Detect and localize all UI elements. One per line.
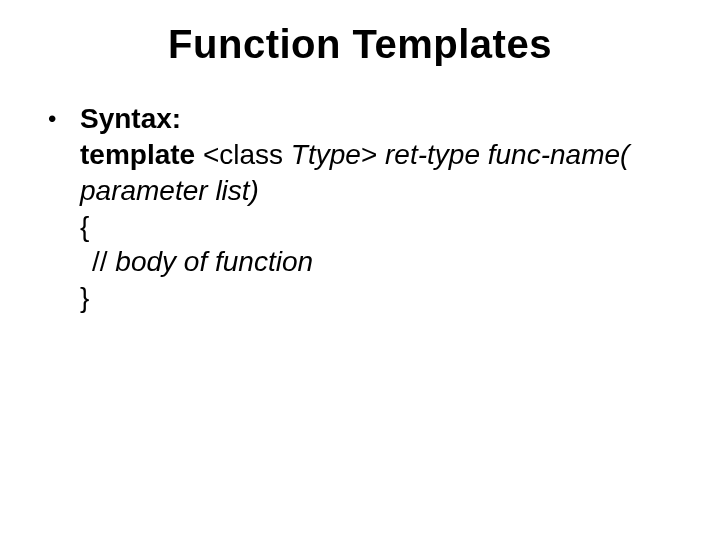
slide: Function Templates • Syntax: template <c… bbox=[0, 0, 720, 540]
brace-open: { bbox=[80, 211, 89, 242]
syntax-text: <class bbox=[195, 139, 291, 170]
bullet-glyph: • bbox=[44, 101, 80, 137]
brace-close: } bbox=[80, 282, 89, 313]
slide-title: Function Templates bbox=[40, 22, 680, 67]
syntax-line-2: parameter list) bbox=[44, 173, 680, 209]
type-placeholder: Ttype bbox=[291, 139, 361, 170]
slide-body: • Syntax: template <class Ttype> ret-typ… bbox=[40, 101, 680, 316]
syntax-line-4: // body of function bbox=[44, 244, 680, 280]
keyword-template: template bbox=[80, 139, 195, 170]
syntax-line-3: { bbox=[44, 209, 680, 245]
syntax-line-1: template <class Ttype> ret-type func-nam… bbox=[44, 137, 680, 173]
syntax-label: Syntax: bbox=[80, 101, 181, 137]
comment-text: body of function bbox=[115, 246, 313, 277]
comment-slashes: // bbox=[92, 246, 115, 277]
bullet-item: • Syntax: bbox=[44, 101, 680, 137]
syntax-italic: ret-type func-name( bbox=[385, 139, 629, 170]
syntax-line-5: } bbox=[44, 280, 680, 316]
syntax-text: > bbox=[361, 139, 385, 170]
syntax-italic: parameter list) bbox=[80, 175, 259, 206]
